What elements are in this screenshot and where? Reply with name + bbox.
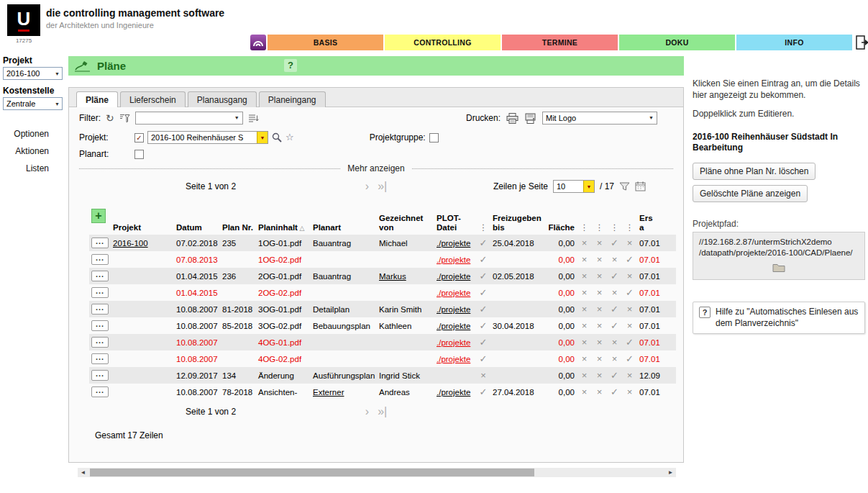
scroll-right-icon[interactable]: ► — [665, 468, 676, 477]
plan-row[interactable]: ...01.04.20152OG-02.pdf./projekte✓0,00××… — [89, 284, 676, 301]
cell-plot-status[interactable]: ✓ — [476, 268, 490, 284]
cell-plot-status[interactable]: ✓ — [476, 334, 490, 350]
row-menu-button[interactable]: ... — [91, 353, 109, 364]
cell-plot-datei[interactable]: ./projekte — [434, 301, 476, 317]
cell-flaeche[interactable]: 0,00 — [545, 384, 577, 400]
cell-mark-4[interactable]: × — [622, 317, 637, 334]
cell-plot-datei[interactable]: ./projekte — [434, 350, 476, 367]
mehr-anzeigen-link[interactable]: Mehr anzeigen — [347, 163, 404, 173]
cell-erstellt[interactable]: 07.01 — [637, 235, 676, 251]
row-menu-button[interactable]: ... — [91, 337, 109, 348]
cell-mark-3[interactable]: × — [607, 334, 622, 350]
cell-mark-4[interactable]: ✓ — [622, 284, 637, 301]
cell-planinhalt[interactable]: 2OG-02.pdf — [256, 284, 311, 301]
cell-freizugeben-bis[interactable]: 27.04.2018 — [490, 384, 545, 400]
cell-gezeichnet-von[interactable]: Karin Smith — [377, 301, 434, 317]
cell-gezeichnet-von[interactable] — [377, 251, 434, 268]
refresh-icon[interactable]: ↻ — [106, 113, 114, 123]
cell-planart[interactable] — [311, 350, 377, 367]
cell-projekt[interactable]: 2016-100 — [111, 235, 174, 251]
row-menu-button[interactable]: ... — [91, 238, 109, 248]
cell-plot-status[interactable]: ✓ — [476, 251, 490, 268]
cell-planart[interactable] — [311, 334, 377, 350]
cell-plan-nr[interactable]: 134 — [220, 367, 256, 384]
cell-datum[interactable]: 07.08.2013 — [174, 251, 220, 268]
cell-freizugeben-bis[interactable]: 02.05.2018 — [490, 268, 545, 284]
cell-mark-1[interactable]: × — [577, 367, 592, 384]
row-menu-button[interactable]: ... — [91, 254, 109, 265]
cell-projekt[interactable] — [111, 384, 174, 400]
cell-plot-datei[interactable]: ./projekte — [434, 235, 476, 251]
cell-datum[interactable]: 10.08.2007 — [174, 334, 220, 350]
cell-planinhalt[interactable]: Ansichten- — [256, 384, 311, 400]
column-header-gezeichnet-von[interactable]: Gezeichnet von — [377, 198, 434, 235]
cell-plot-status[interactable]: ✓ — [476, 235, 490, 251]
delete-plans-button[interactable]: Pläne ohne Plan Nr. löschen — [693, 163, 816, 180]
cell-projekt[interactable] — [111, 268, 174, 284]
cell-mark-2[interactable]: × — [592, 251, 607, 268]
cell-mark-3[interactable]: ✓ — [607, 235, 622, 251]
cell-plot-datei[interactable]: ./projekte — [434, 317, 476, 334]
column-header-menu[interactable]: ⋮ — [607, 198, 622, 235]
cell-plan-nr[interactable]: 78-2018 — [220, 384, 256, 400]
cell-plan-nr[interactable] — [220, 251, 256, 268]
tab-pläne[interactable]: Pläne — [76, 91, 118, 107]
next-page-icon[interactable]: › — [365, 181, 369, 191]
row-menu-button[interactable]: ... — [91, 287, 109, 298]
cell-planart[interactable]: Ausführungsplan — [311, 367, 377, 384]
tab-planausgang[interactable]: Planausgang — [188, 91, 257, 107]
row-menu-button[interactable]: ... — [91, 304, 109, 315]
column-header-projekt[interactable]: Projekt — [111, 198, 174, 235]
column-header-plot-datei[interactable]: PLOT-Datei — [434, 198, 476, 235]
plan-row[interactable]: ...10.08.20074OG-01.pdf./projekte✓0,00××… — [89, 334, 676, 350]
cell-gezeichnet-von[interactable]: Markus — [377, 268, 434, 284]
cell-planinhalt[interactable]: 3OG-02.pdf — [256, 317, 311, 334]
row-menu-button[interactable]: ... — [91, 386, 109, 397]
cell-erstellt[interactable]: 07.01 — [637, 301, 676, 317]
row-menu-button[interactable]: ... — [91, 320, 109, 331]
cell-planart[interactable]: Bauantrag — [311, 235, 377, 251]
cell-plan-nr[interactable]: 236 — [220, 268, 256, 284]
cell-planinhalt[interactable]: 3OG-01.pdf — [256, 301, 311, 317]
favorite-star-icon[interactable]: ☆ — [285, 132, 294, 143]
column-header-freizugeben-bis[interactable]: Freizugeben bis — [490, 198, 545, 235]
cell-planart[interactable] — [311, 284, 377, 301]
cell-erstellt[interactable]: 07.01 — [637, 251, 676, 268]
cell-plan-nr[interactable] — [220, 350, 256, 367]
cell-erstellt[interactable]: 12.09 — [637, 367, 676, 384]
column-header-menu[interactable]: ⋮ — [592, 198, 607, 235]
cell-mark-3[interactable]: ✓ — [607, 384, 622, 400]
cell-flaeche[interactable]: 0,00 — [545, 251, 577, 268]
plan-row[interactable]: ...10.08.200778-2018Ansichten-ExternerAn… — [89, 384, 676, 400]
cell-datum[interactable]: 10.08.2007 — [174, 350, 220, 367]
cell-gezeichnet-von[interactable]: Ingrid Stick — [377, 367, 434, 384]
cell-planinhalt[interactable]: Änderung — [256, 367, 311, 384]
cell-plan-nr[interactable] — [220, 334, 256, 350]
plan-row[interactable]: ...10.08.200781-20183OG-01.pdfDetailplan… — [89, 301, 676, 317]
cell-datum[interactable]: 10.08.2007 — [174, 317, 220, 334]
cell-planinhalt[interactable]: 4OG-02.pdf — [256, 350, 311, 367]
cell-planinhalt[interactable]: 1OG-01.pdf — [256, 235, 311, 251]
scroll-left-icon[interactable]: ◄ — [78, 468, 88, 477]
cell-flaeche[interactable]: 0,00 — [545, 350, 577, 367]
plan-row[interactable]: ...07.08.20131OG-02.pdf./projekte✓0,00××… — [89, 251, 676, 268]
cell-mark-4[interactable]: × — [622, 268, 637, 284]
cell-freizugeben-bis[interactable]: 30.04.2018 — [490, 317, 545, 334]
cell-gezeichnet-von[interactable]: Kathleen — [377, 317, 434, 334]
cell-mark-2[interactable]: × — [592, 235, 607, 251]
cell-planart[interactable]: Bauantrag — [311, 268, 377, 284]
cell-datum[interactable]: 07.02.2018 — [174, 235, 220, 251]
filter-manage-icon[interactable] — [119, 114, 130, 123]
cell-mark-2[interactable]: × — [592, 350, 607, 367]
filter-funnel-icon[interactable] — [619, 182, 630, 191]
cell-gezeichnet-von[interactable] — [377, 350, 434, 367]
row-menu-button[interactable]: ... — [91, 370, 109, 381]
cell-flaeche[interactable]: 0,00 — [545, 334, 577, 350]
column-header-plan nr.[interactable]: Plan Nr. — [220, 198, 256, 235]
projektgruppe-checkbox[interactable] — [429, 133, 439, 143]
projekt-checkbox[interactable]: ✓ — [134, 133, 144, 143]
cell-mark-2[interactable]: × — [592, 334, 607, 350]
cell-planinhalt[interactable]: 4OG-01.pdf — [256, 334, 311, 350]
column-header-menu[interactable]: ⋮ — [476, 198, 490, 235]
help-icon[interactable]: ? — [284, 59, 297, 72]
